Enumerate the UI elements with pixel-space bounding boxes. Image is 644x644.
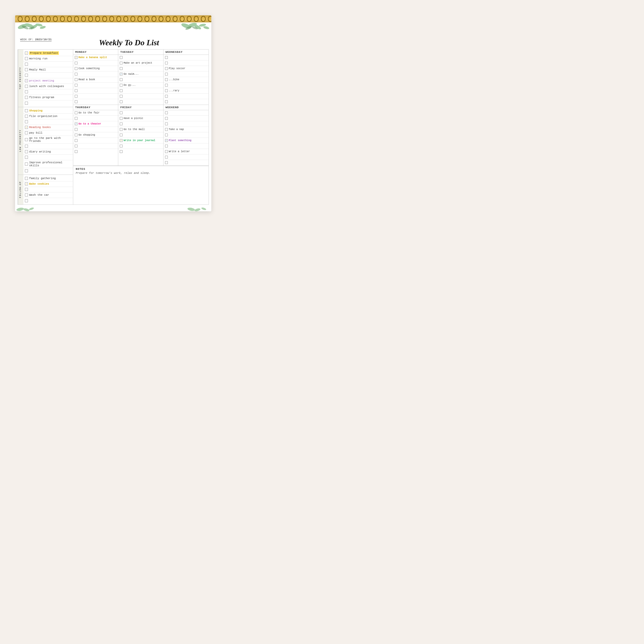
task-checkbox[interactable] — [120, 150, 123, 153]
spiral-coil — [32, 16, 37, 22]
task-checkbox[interactable] — [165, 73, 168, 75]
task-checkbox[interactable] — [25, 102, 28, 105]
task-checkbox[interactable] — [165, 117, 168, 120]
task-checkbox[interactable] — [75, 134, 77, 136]
task-checkbox[interactable] — [25, 126, 28, 129]
task-checkbox[interactable] — [165, 56, 168, 59]
task-checkbox[interactable] — [165, 145, 168, 147]
task-checkbox[interactable] — [75, 100, 77, 103]
task-checkbox[interactable] — [120, 95, 123, 98]
task-checkbox[interactable] — [165, 89, 168, 92]
task-checkbox[interactable] — [120, 100, 123, 103]
task-checkbox[interactable] — [165, 156, 168, 158]
task-checkbox[interactable] — [25, 96, 28, 99]
task-checkbox[interactable] — [165, 67, 168, 70]
task-checkbox[interactable] — [120, 84, 123, 87]
spiral-coil — [95, 16, 100, 22]
task-checkbox[interactable] — [75, 111, 77, 114]
task-checkbox[interactable] — [165, 78, 168, 81]
task-text: fitness program — [29, 96, 54, 99]
task-checkbox[interactable] — [25, 188, 28, 191]
spiral-coil — [201, 16, 206, 22]
task-checkbox[interactable] — [120, 89, 123, 92]
task-checkbox[interactable] — [25, 199, 28, 202]
task-checkbox[interactable] — [75, 62, 77, 64]
top-priority-label: TOP PRIORITY — [18, 50, 23, 107]
top-priority-items: Prepare breakfast morning run Reply Mail — [23, 50, 73, 107]
task-checkbox[interactable] — [165, 62, 168, 64]
task-checkbox[interactable] — [75, 84, 77, 87]
task-checkbox[interactable] — [120, 128, 123, 131]
task-checkbox[interactable] — [165, 84, 168, 87]
task-checkbox[interactable] — [25, 156, 28, 159]
task-text: Reply Mail — [29, 68, 46, 71]
task-checkbox[interactable] — [25, 63, 28, 66]
task-checkbox[interactable] — [165, 161, 168, 164]
task-checkbox[interactable] — [120, 73, 123, 75]
task-checkbox[interactable] — [75, 95, 77, 98]
task-checkbox[interactable] — [165, 123, 168, 125]
task-checkbox[interactable] — [25, 193, 28, 196]
task-checkbox[interactable] — [165, 128, 168, 131]
task-checkbox[interactable] — [120, 78, 123, 81]
task-checkbox[interactable] — [120, 67, 123, 70]
task-checkbox[interactable] — [120, 117, 123, 120]
task-checkbox[interactable] — [120, 123, 123, 125]
spiral-coil — [25, 16, 30, 22]
task-checkbox[interactable] — [25, 115, 28, 118]
task-checkbox[interactable] — [165, 134, 168, 136]
task-checkbox[interactable] — [75, 150, 77, 153]
task-checkbox[interactable] — [75, 67, 77, 70]
task-checkbox[interactable] — [25, 79, 28, 82]
task-checkbox[interactable] — [25, 169, 28, 172]
task-checkbox[interactable] — [25, 74, 28, 77]
task-checkbox[interactable] — [75, 89, 77, 92]
task-checkbox[interactable] — [25, 150, 28, 153]
task-text: Plant something — [169, 139, 191, 142]
task-checkbox[interactable] — [25, 68, 28, 71]
task-checkbox[interactable] — [25, 85, 28, 88]
task-checkbox[interactable] — [120, 62, 123, 64]
task-checkbox[interactable] — [75, 78, 77, 81]
list-item: Go swim... — [118, 71, 163, 77]
task-checkbox[interactable] — [75, 56, 77, 59]
task-checkbox[interactable] — [165, 139, 168, 142]
task-checkbox[interactable] — [165, 95, 168, 98]
task-checkbox[interactable] — [120, 56, 123, 59]
task-checkbox[interactable] — [25, 163, 28, 166]
list-item: Take a nap — [164, 127, 209, 132]
task-checkbox[interactable] — [25, 109, 28, 112]
task-checkbox[interactable] — [120, 139, 123, 142]
task-checkbox[interactable] — [25, 138, 28, 141]
task-checkbox[interactable] — [25, 52, 28, 55]
task-checkbox[interactable] — [25, 177, 28, 180]
task-checkbox[interactable] — [25, 145, 28, 148]
task-checkbox[interactable] — [120, 111, 123, 114]
task-text: pay bill — [29, 131, 43, 134]
task-text: diary writing — [29, 150, 51, 153]
task-checkbox[interactable] — [75, 73, 77, 75]
task-checkbox[interactable] — [165, 111, 168, 114]
task-checkbox[interactable] — [165, 150, 168, 153]
task-checkbox[interactable] — [120, 145, 123, 147]
task-checkbox[interactable] — [75, 117, 77, 120]
task-checkbox[interactable] — [75, 145, 77, 147]
top-priority-section: TOP PRIORITY Prepare breakfast morning r… — [18, 50, 73, 107]
task-checkbox[interactable] — [120, 134, 123, 136]
task-checkbox[interactable] — [75, 128, 77, 131]
followup-items: family gathering Bake cookies Wash the c… — [23, 175, 73, 205]
list-item: Read a book — [73, 77, 118, 83]
task-checkbox[interactable] — [25, 57, 28, 60]
task-checkbox[interactable] — [75, 123, 77, 125]
list-item — [164, 132, 209, 138]
task-checkbox[interactable] — [25, 131, 28, 134]
task-text: Write in your journal — [124, 139, 155, 142]
task-text: Improve professional skills — [29, 161, 71, 167]
task-checkbox[interactable] — [25, 182, 28, 185]
task-checkbox[interactable] — [25, 90, 28, 93]
task-checkbox[interactable] — [25, 120, 28, 123]
task-checkbox[interactable] — [75, 139, 77, 142]
svg-point-15 — [23, 208, 30, 211]
spiral-coil — [208, 16, 211, 22]
task-checkbox[interactable] — [165, 100, 168, 103]
